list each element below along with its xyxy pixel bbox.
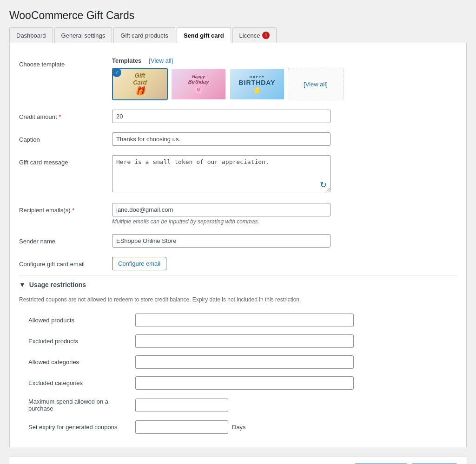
allowed-products-input[interactable] bbox=[135, 314, 354, 327]
configure-email-row: Configure gift card email Configure emai… bbox=[19, 252, 457, 275]
licence-badge: ! bbox=[262, 32, 270, 39]
chevron-down-icon: ▼ bbox=[19, 281, 26, 288]
template-cards: ✓ Gift Card 🎁 bbox=[112, 68, 457, 100]
page-title: WooCommerce Gift Cards bbox=[9, 9, 467, 22]
required-star-2: * bbox=[72, 207, 74, 214]
credit-amount-label: Credit amount * bbox=[19, 113, 61, 120]
expiry-label: Set expiry for generated coupons bbox=[28, 424, 118, 431]
excluded-products-row: Excluded products bbox=[19, 331, 457, 352]
usage-restrictions-header[interactable]: ▼ Usage restrictions bbox=[19, 275, 457, 294]
sender-name-input[interactable] bbox=[112, 234, 331, 248]
textarea-wrapper: Here is a small token of our appreciatio… bbox=[112, 155, 331, 194]
recipient-emails-row: Recipient emails(s) * Multiple emails ca… bbox=[19, 198, 457, 229]
allowed-categories-row: Allowed categories bbox=[19, 352, 457, 373]
footer-bar: Preview email Send email bbox=[9, 457, 467, 464]
selected-check: ✓ bbox=[112, 68, 121, 77]
tab-gift-card-products[interactable]: Gift card products bbox=[113, 27, 175, 43]
expiry-input[interactable] bbox=[135, 420, 228, 434]
choose-template-label: Choose template bbox=[19, 61, 65, 68]
template-card-2[interactable]: Happy Birthday 🌸 bbox=[171, 68, 226, 100]
allowed-categories-label: Allowed categories bbox=[28, 359, 79, 366]
recipient-emails-label: Recipient emails(s) * bbox=[19, 207, 74, 214]
excluded-categories-input[interactable] bbox=[135, 376, 354, 390]
sender-name-label: Sender name bbox=[19, 238, 55, 245]
refresh-icon[interactable]: ↻ bbox=[320, 180, 327, 190]
credit-amount-input[interactable] bbox=[112, 110, 331, 123]
restrictions-table: Allowed products Excluded products bbox=[19, 310, 457, 438]
sender-name-row: Sender name bbox=[19, 229, 457, 252]
caption-input[interactable] bbox=[112, 132, 331, 146]
form-table: Choose template Templates [View all] ✓ bbox=[19, 52, 457, 275]
tab-general-settings[interactable]: General settings bbox=[54, 27, 112, 43]
allowed-products-label: Allowed products bbox=[28, 317, 74, 324]
recipient-emails-input[interactable] bbox=[112, 203, 331, 216]
configure-email-button[interactable]: Configure email bbox=[112, 257, 166, 270]
caption-label: Caption bbox=[19, 136, 40, 143]
gift-card-message-row: Gift card message Here is a small token … bbox=[19, 150, 457, 198]
excluded-products-input[interactable] bbox=[135, 334, 354, 348]
nav-tabs: Dashboard General settings Gift card pro… bbox=[9, 27, 467, 43]
expiry-row: Set expiry for generated coupons Days bbox=[19, 417, 457, 438]
gift-card-message-input[interactable]: Here is a small token of our appreciatio… bbox=[112, 155, 331, 192]
recipient-emails-hint: Multiple emails can be inputted by separ… bbox=[112, 218, 331, 225]
view-all-link[interactable]: [View all] bbox=[149, 57, 173, 64]
excluded-categories-row: Excluded categories bbox=[19, 373, 457, 393]
gift-card-message-label: Gift card message bbox=[19, 159, 68, 166]
allowed-products-row: Allowed products bbox=[19, 310, 457, 331]
tab-licence[interactable]: Licence ! bbox=[232, 27, 277, 43]
template-card-3-inner: HAPPY BIRTHDAY ⭐ bbox=[230, 69, 284, 99]
tab-dashboard[interactable]: Dashboard bbox=[9, 27, 53, 43]
required-star: * bbox=[59, 113, 61, 120]
max-spend-input[interactable] bbox=[135, 399, 228, 412]
max-spend-label: Maximum spend allowed on a purchase bbox=[28, 398, 108, 412]
template-card-1[interactable]: ✓ Gift Card 🎁 bbox=[112, 68, 168, 100]
excluded-categories-label: Excluded categories bbox=[28, 379, 83, 386]
configure-email-label: Configure gift card email bbox=[19, 261, 85, 268]
templates-header: Templates [View all] bbox=[112, 57, 457, 64]
caption-row: Caption bbox=[19, 128, 457, 150]
usage-restrictions-label: Usage restrictions bbox=[29, 281, 86, 288]
days-label: Days bbox=[232, 424, 246, 431]
max-spend-row: Maximum spend allowed on a purchase bbox=[19, 393, 457, 417]
choose-template-row: Choose template Templates [View all] ✓ bbox=[19, 52, 457, 105]
tab-send-gift-card[interactable]: Send gift card bbox=[177, 27, 231, 43]
template-view-all-link[interactable]: [View all] bbox=[304, 81, 328, 88]
template-card-3[interactable]: HAPPY BIRTHDAY ⭐ bbox=[229, 68, 285, 100]
allowed-categories-input[interactable] bbox=[135, 355, 354, 369]
content-area: Choose template Templates [View all] ✓ bbox=[9, 43, 467, 447]
days-row: Days bbox=[135, 420, 457, 434]
restrictions-description: Restricted coupons are not allowed to re… bbox=[19, 294, 457, 303]
excluded-products-label: Excluded products bbox=[28, 338, 78, 345]
template-card-2-inner: Happy Birthday 🌸 bbox=[172, 69, 225, 99]
templates-label: Templates bbox=[112, 57, 141, 64]
credit-amount-row: Credit amount * bbox=[19, 105, 457, 128]
template-view-all-card[interactable]: [View all] bbox=[288, 68, 344, 100]
